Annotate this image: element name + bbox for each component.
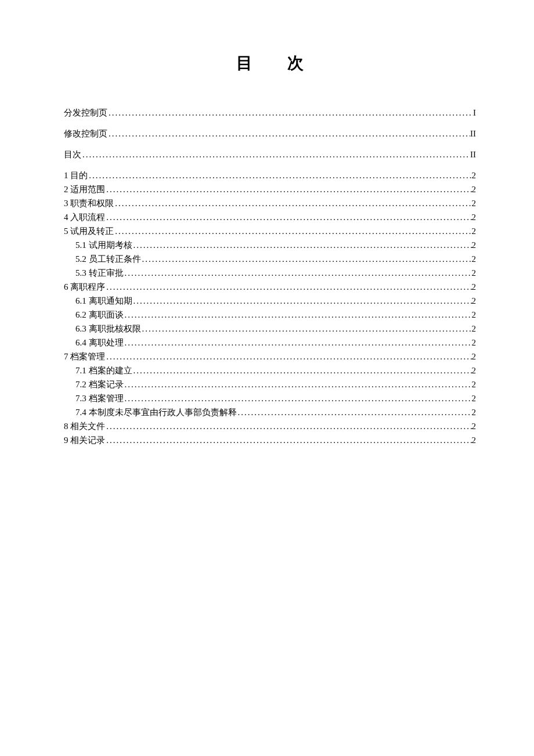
toc-entry: 6.3 离职批核权限..............................… [64, 322, 476, 336]
toc-entry-page: 2 [472, 196, 477, 210]
toc-entry: 7.3 档案管理................................… [64, 391, 476, 405]
toc-leader-dots: ........................................… [132, 238, 472, 252]
toc-entry-page: 2 [472, 252, 477, 266]
toc-entry-page: II [470, 147, 476, 161]
toc-entry-page: 2 [472, 294, 477, 308]
toc-entry: 1 目的....................................… [64, 168, 476, 182]
toc-entry: 7.1 档案的建立...............................… [64, 363, 476, 377]
toc-entry-page: 2 [472, 363, 477, 377]
toc-entry: 7.4 本制度未尽事宜由行政人事部负责解释...................… [64, 405, 476, 419]
toc-entry-label: 5.3 转正审批 [64, 266, 124, 280]
toc-entry-page: 2 [472, 168, 477, 182]
toc-entry: 4 入职流程..................................… [64, 210, 476, 224]
toc-entry-label: 1 目的 [64, 168, 88, 182]
toc-entry: 6.4 离职处理................................… [64, 336, 476, 350]
toc-entry-label: 6.3 离职批核权限 [64, 322, 141, 336]
toc-entry-page: 2 [472, 419, 477, 433]
toc-leader-dots: ........................................… [105, 350, 471, 363]
toc-leader-dots: ........................................… [88, 168, 471, 182]
toc-entry: 9 相关记录..................................… [64, 433, 476, 447]
toc-entry-label: 6 离职程序 [64, 280, 105, 294]
toc-leader-dots: ........................................… [105, 419, 471, 433]
toc-leader-dots: ........................................… [105, 182, 471, 196]
document-page: 目次 分发控制页................................… [0, 0, 534, 447]
toc-leader-dots: ........................................… [237, 405, 472, 419]
toc-entry-label: 3 职责和权限 [64, 196, 114, 210]
toc-leader-dots: ........................................… [141, 252, 472, 266]
toc-leader-dots: ........................................… [124, 377, 472, 391]
toc-entry-label: 7.2 档案记录 [64, 377, 124, 391]
toc-entry: 7 档案管理..................................… [64, 350, 476, 363]
toc-entry: 5 试用及转正.................................… [64, 224, 476, 238]
toc-leader-dots: ........................................… [124, 336, 472, 350]
toc-entry-label: 5.2 员工转正条件 [64, 252, 141, 266]
toc-entry-label: 8 相关文件 [64, 419, 105, 433]
toc-entry-page: 2 [472, 377, 477, 391]
toc-entry-page: 2 [472, 391, 477, 405]
toc-entry-page: 2 [472, 336, 477, 350]
toc-leader-dots: ........................................… [107, 127, 470, 141]
page-title: 目次 [64, 52, 476, 74]
toc-entry-label: 目次 [64, 147, 81, 161]
toc-entry: 5.3 转正审批................................… [64, 266, 476, 280]
toc-entry-page: 2 [472, 280, 477, 294]
toc-entry: 7.2 档案记录................................… [64, 377, 476, 391]
toc-entry-label: 7.1 档案的建立 [64, 363, 132, 377]
toc-entry-label: 修改控制页 [64, 127, 107, 141]
toc-entry-label: 5.1 试用期考核 [64, 238, 132, 252]
toc-entry: 6.1 离职通知期...............................… [64, 294, 476, 308]
toc-leader-dots: ........................................… [81, 147, 470, 161]
toc-entry-label: 7.4 本制度未尽事宜由行政人事部负责解释 [64, 405, 237, 419]
toc-entry: 2 适用范围..................................… [64, 182, 476, 196]
toc-entry-page: II [470, 127, 476, 141]
toc-entry-label: 5 试用及转正 [64, 224, 114, 238]
toc-entry-label: 6.1 离职通知期 [64, 294, 132, 308]
toc-entry-page: 2 [472, 322, 477, 336]
toc-entry-page: 2 [472, 224, 477, 238]
toc-entry-page: I [473, 106, 476, 120]
toc-entry: 3 职责和权限.................................… [64, 196, 476, 210]
toc-entry-page: 2 [472, 308, 477, 322]
toc-entry-page: 2 [472, 433, 477, 447]
toc-entry: 修改控制页...................................… [64, 127, 476, 141]
toc-entry-label: 6.2 离职面谈 [64, 308, 124, 322]
toc-leader-dots: ........................................… [132, 294, 472, 308]
toc-entry-label: 9 相关记录 [64, 433, 105, 447]
toc-leader-dots: ........................................… [105, 433, 471, 447]
toc-entry: 6 离职程序..................................… [64, 280, 476, 294]
toc-entry-page: 2 [472, 210, 477, 224]
toc-entry: 5.2 员工转正条件..............................… [64, 252, 476, 266]
toc-entry-label: 2 适用范围 [64, 182, 105, 196]
toc-entry: 目次......................................… [64, 147, 476, 161]
toc-entry-label: 6.4 离职处理 [64, 336, 124, 350]
toc-leader-dots: ........................................… [124, 391, 472, 405]
toc-entry-label: 4 入职流程 [64, 210, 105, 224]
toc-leader-dots: ........................................… [114, 224, 471, 238]
toc-entry: 分发控制页...................................… [64, 106, 476, 120]
toc-entry-page: 2 [472, 405, 477, 419]
toc-entry-label: 分发控制页 [64, 106, 107, 120]
toc-leader-dots: ........................................… [114, 196, 471, 210]
toc-leader-dots: ........................................… [124, 308, 472, 322]
toc-entry: 5.1 试用期考核...............................… [64, 238, 476, 252]
toc-entry-page: 2 [472, 182, 477, 196]
toc-leader-dots: ........................................… [132, 363, 472, 377]
toc-entry: 6.2 离职面谈................................… [64, 308, 476, 322]
toc-leader-dots: ........................................… [124, 266, 472, 280]
toc-leader-dots: ........................................… [105, 210, 471, 224]
toc-entry-page: 2 [472, 350, 477, 363]
toc-entry-label: 7 档案管理 [64, 350, 105, 363]
toc-entry-page: 2 [472, 266, 477, 280]
toc-entry-label: 7.3 档案管理 [64, 391, 124, 405]
toc-leader-dots: ........................................… [105, 280, 471, 294]
toc-leader-dots: ........................................… [107, 106, 473, 120]
toc-leader-dots: ........................................… [141, 322, 472, 336]
toc-entry-page: 2 [472, 238, 477, 252]
toc-entry: 8 相关文件..................................… [64, 419, 476, 433]
table-of-contents: 分发控制页...................................… [64, 106, 476, 447]
